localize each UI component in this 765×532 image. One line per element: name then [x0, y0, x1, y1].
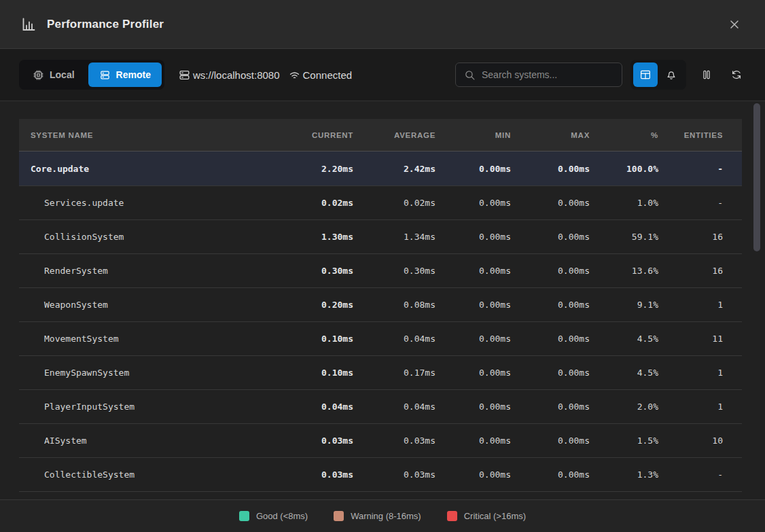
search-input[interactable] [482, 69, 613, 80]
table-row[interactable]: PlayerInputSystem 0.04ms 0.04ms 0.00ms 0… [19, 389, 742, 423]
average-cell: 2.42ms [353, 164, 435, 174]
local-mode-label: Local [50, 69, 75, 80]
table-row[interactable]: Core.update 2.20ms 2.42ms 0.00ms 0.00ms … [19, 152, 742, 185]
server-icon [178, 69, 191, 82]
min-cell: 0.00ms [435, 402, 511, 412]
max-cell: 0.00ms [511, 436, 590, 446]
scrollbar-thumb[interactable] [753, 103, 760, 251]
table-row[interactable]: MovementSystem 0.10ms 0.04ms 0.00ms 0.00… [19, 321, 742, 355]
max-cell: 0.00ms [511, 198, 590, 208]
min-cell: 0.00ms [435, 164, 511, 174]
critical-swatch-icon [447, 511, 457, 521]
min-cell: 0.00ms [435, 232, 511, 242]
percent-cell: 4.5% [590, 368, 658, 378]
current-cell: 0.04ms [279, 402, 353, 412]
min-cell: 0.00ms [435, 198, 511, 208]
entities-cell: 16 [658, 266, 723, 276]
refresh-button[interactable] [727, 65, 746, 84]
max-cell: 0.00ms [511, 402, 590, 412]
column-header-system-name[interactable]: SYSTEM NAME [19, 131, 279, 139]
max-cell: 0.00ms [511, 232, 590, 242]
min-cell: 0.00ms [435, 334, 511, 344]
local-mode-button[interactable]: Local [22, 63, 86, 87]
column-header-max[interactable]: MAX [511, 131, 590, 139]
entities-cell: 10 [658, 436, 723, 446]
legend-critical-label: Critical (>16ms) [464, 511, 526, 521]
view-toggle-group [630, 60, 686, 90]
search-box [455, 63, 622, 87]
column-header-current[interactable]: CURRENT [279, 131, 353, 139]
percent-cell: 13.6% [590, 266, 658, 276]
current-cell: 0.03ms [279, 436, 353, 446]
legend-good-label: Good (<8ms) [256, 511, 308, 521]
table-view-button[interactable] [633, 63, 658, 87]
max-cell: 0.00ms [511, 469, 590, 480]
average-cell: 0.04ms [353, 402, 435, 412]
entities-cell: 1 [658, 402, 723, 412]
bell-icon [665, 69, 677, 81]
table-row[interactable]: WeaponSystem 0.20ms 0.08ms 0.00ms 0.00ms… [19, 287, 742, 321]
ws-url-label: ws://localhost:8080 [193, 69, 280, 81]
min-cell: 0.00ms [435, 368, 511, 378]
system-name-cell: EnemySpawnSystem [19, 368, 279, 378]
column-header-average[interactable]: AVERAGE [353, 131, 435, 139]
percent-cell: 4.5% [590, 334, 658, 344]
table-row[interactable]: AISystem 0.03ms 0.03ms 0.00ms 0.00ms 1.5… [19, 423, 742, 457]
pause-button[interactable] [697, 65, 716, 84]
entities-cell: 1 [658, 368, 723, 378]
entities-cell: - [658, 164, 723, 174]
table-row[interactable]: CollisionSystem 1.30ms 1.34ms 0.00ms 0.0… [19, 219, 742, 253]
average-cell: 0.03ms [353, 436, 435, 446]
mode-segmented-control: Local Remote [19, 60, 164, 90]
legend-item-good: Good (<8ms) [239, 511, 308, 521]
column-header-min[interactable]: MIN [435, 131, 511, 139]
system-name-cell: WeaponSystem [19, 300, 279, 310]
system-name-cell: AISystem [19, 436, 279, 446]
legend-warning-label: Warning (8-16ms) [351, 511, 421, 521]
system-name-cell: CollectibleSystem [19, 469, 279, 480]
current-cell: 0.02ms [279, 198, 353, 208]
average-cell: 0.02ms [353, 198, 435, 208]
column-header-entities[interactable]: ENTITIES [658, 131, 723, 139]
table-row[interactable]: CollectibleSystem 0.03ms 0.03ms 0.00ms 0… [19, 457, 742, 491]
cpu-icon [33, 69, 44, 81]
entities-cell: 16 [658, 232, 723, 242]
scrollbar[interactable] [752, 102, 763, 499]
average-cell: 0.04ms [353, 334, 435, 344]
connection-status-label: Connected [303, 69, 353, 81]
remote-mode-label: Remote [116, 69, 151, 80]
percent-cell: 1.3% [590, 469, 658, 480]
ws-url-group: ws://localhost:8080 [178, 69, 280, 82]
percent-cell: 1.0% [590, 198, 658, 208]
max-cell: 0.00ms [511, 334, 590, 344]
close-button[interactable] [724, 14, 745, 35]
table-row[interactable]: RenderSystem 0.30ms 0.30ms 0.00ms 0.00ms… [19, 253, 742, 287]
wifi-icon [288, 69, 301, 82]
entities-cell: 1 [658, 300, 723, 310]
current-cell: 0.10ms [279, 334, 353, 344]
entities-cell: - [658, 198, 723, 208]
remote-mode-button[interactable]: Remote [88, 63, 162, 87]
legend-item-warning: Warning (8-16ms) [334, 511, 421, 521]
current-cell: 0.10ms [279, 368, 353, 378]
table-row[interactable]: Services.update 0.02ms 0.02ms 0.00ms 0.0… [19, 185, 742, 219]
sync-icon [730, 69, 743, 81]
title-bar: Performance Profiler [0, 0, 765, 49]
table-layout-icon [639, 69, 652, 81]
page-title: Performance Profiler [47, 18, 164, 31]
search-icon [464, 69, 476, 81]
system-name-cell: Services.update [19, 198, 279, 208]
min-cell: 0.00ms [435, 436, 511, 446]
alerts-button[interactable] [659, 63, 683, 87]
percent-cell: 9.1% [590, 300, 658, 310]
column-header-percent[interactable]: % [590, 131, 658, 139]
min-cell: 0.00ms [435, 300, 511, 310]
toolbar-right [455, 60, 746, 90]
bar-chart-icon [20, 16, 37, 33]
table-row[interactable]: EnemySpawnSystem 0.10ms 0.17ms 0.00ms 0.… [19, 355, 742, 389]
min-cell: 0.00ms [435, 266, 511, 276]
average-cell: 0.03ms [353, 469, 435, 480]
percent-cell: 100.0% [590, 164, 658, 174]
table-body: Core.update 2.20ms 2.42ms 0.00ms 0.00ms … [19, 152, 742, 491]
entities-cell: - [658, 469, 723, 480]
